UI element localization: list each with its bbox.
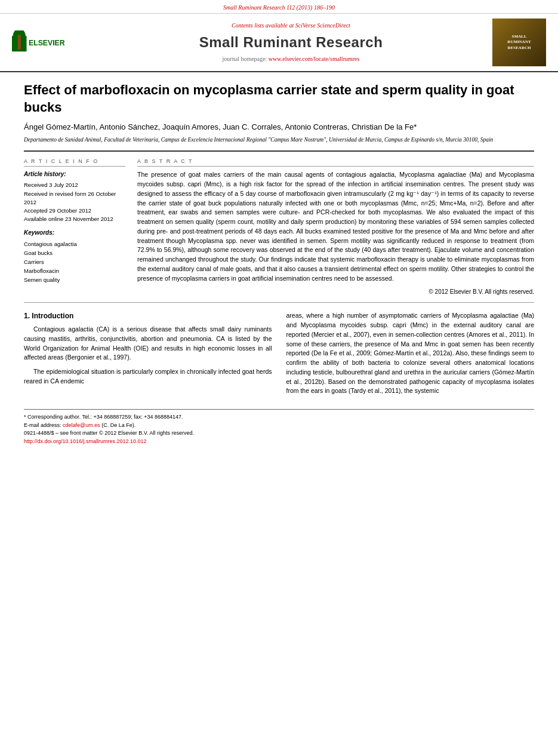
journal-banner: ELSEVIER Contents lists available at Sci… [0,14,558,72]
intro-col2-text: areas, where a high number of asymptomat… [286,312,535,394]
journal-title-banner: Small Ruminant Research [90,32,492,53]
divider-after-affiliation [24,150,534,152]
article-title: Effect of marbofloxacin on mycoplasma ca… [24,82,534,116]
history-online: Available online 23 November 2012 [24,215,125,223]
footnote-issn: 0921-4488/$ – see front matter © 2012 El… [24,429,534,438]
sciverse-link[interactable]: SciVerse ScienceDirect [295,22,350,29]
intro-number: 1. [24,312,32,320]
history-accepted: Accepted 29 October 2012 [24,207,125,215]
banner-center: Contents lists available at SciVerse Sci… [90,21,492,63]
intro-para-1-text: Contagious agalactia (CA) is a serious d… [24,325,272,361]
intro-col2-para-1: areas, where a high number of asymptomat… [286,311,535,396]
keyword-1: Contagious agalactia [24,239,125,248]
body-content: 1. Introduction Contagious agalactia (CA… [24,311,534,401]
elsevier-logo: ELSEVIER [12,31,78,54]
journal-reference-bar: Small Ruminant Research 112 (2013) 186–1… [0,0,558,14]
sciverse-text: Contents lists available at [232,22,295,29]
journal-thumb-image: SMALLRUMINANTRESEARCH [492,19,546,66]
svg-rect-2 [18,35,21,50]
footnote-email-link[interactable]: cdelafe@um.es [63,422,100,428]
footnote-email: E-mail address: cdelafe@um.es (C. De La … [24,422,534,430]
divider-after-abstract [24,302,534,303]
abstract-text: The presence of goat males carriers of t… [137,170,534,283]
homepage-label: journal homepage: [223,56,269,62]
journal-reference-text: Small Ruminant Research 112 (2013) 186–1… [223,4,335,11]
copyright-line: © 2012 Elsevier B.V. All rights reserved… [137,288,534,296]
body-col-right: areas, where a high number of asymptomat… [286,311,535,401]
article-info-col: A R T I C L E I N F O Article history: R… [24,158,125,297]
journal-thumbnail: SMALLRUMINANTRESEARCH [492,19,546,66]
banner-left: ELSEVIER [12,31,90,54]
intro-para-2: The epidemiological situation is particu… [24,367,272,386]
body-col-left: 1. Introduction Contagious agalactia (CA… [24,311,272,401]
abstract-heading: A B S T R A C T [137,158,534,167]
sciverse-line: Contents lists available at SciVerse Sci… [90,21,492,30]
intro-para-1: Contagious agalactia (CA) is a serious d… [24,325,272,362]
footnote-corresponding: * Corresponding author. Tel.: +34 868887… [24,413,534,422]
main-content: Effect of marbofloxacin on mycoplasma ca… [0,72,558,457]
journal-homepage-line: journal homepage: www.elsevier.com/locat… [90,55,492,63]
authors: Ángel Gómez-Martín, Antonio Sánchez, Joa… [24,122,534,133]
footnote-doi: http://dx.doi.org/10.1016/j.smallrumres.… [24,438,534,446]
svg-text:ELSEVIER: ELSEVIER [29,39,65,47]
keyword-5: Semen quality [24,275,125,284]
intro-title: Introduction [32,312,73,320]
article-info-abstract-section: A R T I C L E I N F O Article history: R… [24,158,534,297]
keyword-3: Carriers [24,257,125,266]
intro-para-2-text: The epidemiological situation is particu… [24,368,272,385]
abstract-col: A B S T R A C T The presence of goat mal… [137,158,534,297]
journal-thumb-text: SMALLRUMINANTRESEARCH [505,32,533,53]
affiliation: Departamento de Sanidad Animal, Facultad… [24,136,534,144]
intro-heading: 1. Introduction [24,311,272,321]
footnote-doi-link[interactable]: http://dx.doi.org/10.1016/j.smallrumres.… [24,438,147,444]
footnote-corresponding-text: * Corresponding author. Tel.: +34 868887… [24,414,183,420]
keyword-2: Goat bucks [24,248,125,257]
keyword-4: Marbofloxacin [24,266,125,275]
footnote-area: * Corresponding author. Tel.: +34 868887… [24,409,534,445]
footnote-email-text: E-mail address: [24,422,63,428]
body-two-col: 1. Introduction Contagious agalactia (CA… [24,311,534,401]
homepage-link[interactable]: www.elsevier.com/locate/smallrumres [269,56,360,62]
article-history-label: Article history: [24,170,125,179]
footnote-email-suffix: (C. De La Fe). [101,422,135,428]
history-revised: Received in revised form 26 October 2012 [24,190,125,207]
history-received: Received 3 July 2012 [24,181,125,189]
keywords-label: Keywords: [24,229,125,237]
article-info-heading: A R T I C L E I N F O [24,158,125,167]
